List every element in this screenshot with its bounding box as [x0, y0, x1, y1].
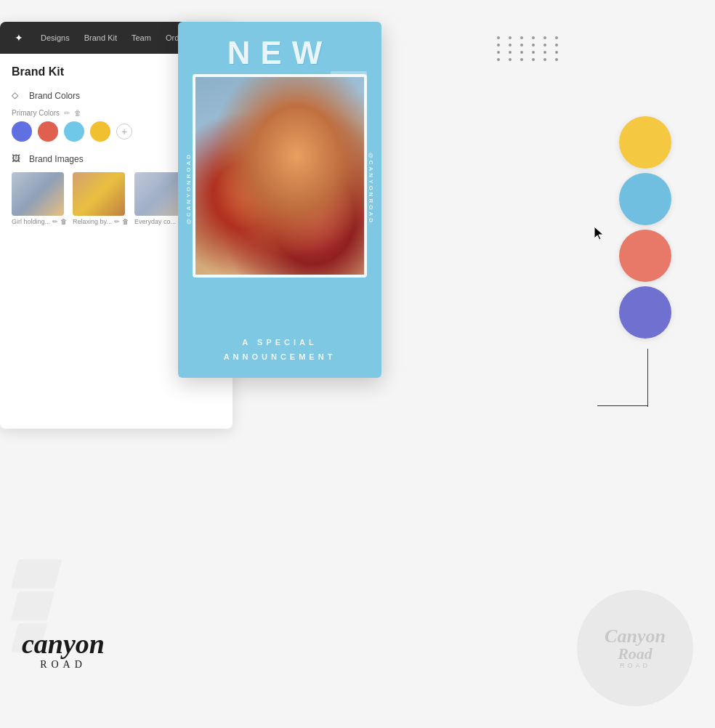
brand-images-label: Brand Images: [29, 154, 84, 164]
connecting-line-vertical: [647, 349, 648, 407]
poster-side-text-right: @CANYONROAD: [368, 153, 374, 225]
nav-team[interactable]: Team: [132, 33, 151, 42]
nav-brand-kit[interactable]: Brand Kit: [84, 33, 117, 42]
thumb-image-1[interactable]: [12, 172, 64, 216]
thumb-item-1: Girl holding... ✏ 🗑: [12, 172, 67, 225]
poster-image: [195, 77, 364, 275]
thumb-label-2: Relaxing by... ✏ 🗑: [73, 218, 129, 225]
color-swatch-yellow[interactable]: [90, 121, 110, 142]
logo-canyon: canyon: [22, 628, 105, 659]
edit-thumb-1-icon[interactable]: ✏: [52, 218, 58, 225]
edit-thumb-2-icon[interactable]: ✏: [114, 218, 120, 225]
delete-thumb-2-icon[interactable]: 🗑: [122, 218, 129, 225]
paint-bucket-icon: ◇: [12, 90, 23, 102]
palette-circle-salmon[interactable]: [619, 230, 671, 282]
nav-designs[interactable]: Designs: [41, 33, 70, 42]
palette-circle-yellow[interactable]: [619, 116, 671, 169]
logo-road-text: ROAD: [22, 660, 105, 670]
watermark-circle: Canyon Road ROAD: [577, 590, 693, 706]
color-swatch-blue[interactable]: [12, 121, 32, 142]
color-swatch-coral[interactable]: [38, 121, 58, 142]
color-swatch-lightblue[interactable]: [64, 121, 84, 142]
app-logo: ✦: [12, 31, 26, 45]
deco-shape-1: [11, 559, 62, 589]
palette-circle-lightblue[interactable]: [619, 173, 671, 225]
delete-colors-icon[interactable]: 🗑: [74, 109, 81, 117]
dot-grid-decoration: [497, 36, 562, 61]
image-icon: 🖼: [12, 153, 23, 165]
poster-side-text-left: @CANYONROAD: [185, 153, 192, 225]
delete-thumb-1-icon[interactable]: 🗑: [60, 218, 67, 225]
poster-announcement: A SPECIAL ANNOUNCEMENT: [224, 336, 336, 365]
connecting-line-horizontal: [597, 405, 648, 406]
color-circles-panel: [619, 116, 671, 343]
thumb-item-2: Relaxing by... ✏ 🗑: [73, 172, 129, 225]
watermark-road-sub: ROAD: [620, 662, 650, 669]
deco-shape-2: [11, 591, 55, 620]
canyon-road-logo: canyon ROAD: [22, 628, 105, 670]
thumb-image-2[interactable]: [73, 172, 125, 216]
poster-bottom: A SPECIAL ANNOUNCEMENT: [217, 325, 344, 378]
palette-circle-periwinkle[interactable]: [619, 286, 671, 339]
add-color-button[interactable]: +: [116, 124, 132, 139]
poster-image-frame: [193, 74, 367, 278]
poster-card: NEW @CANYONROAD @CANYONROAD A SPECIAL AN…: [178, 22, 381, 378]
edit-colors-icon[interactable]: ✏: [64, 109, 70, 117]
watermark-road: Road: [618, 646, 653, 662]
watermark-canyon: Canyon: [605, 627, 666, 646]
cursor-pointer: [593, 225, 607, 243]
poster-title: NEW: [227, 35, 333, 71]
brand-colors-label: Brand Colors: [29, 91, 80, 101]
thumb-label-1: Girl holding... ✏ 🗑: [12, 218, 67, 225]
